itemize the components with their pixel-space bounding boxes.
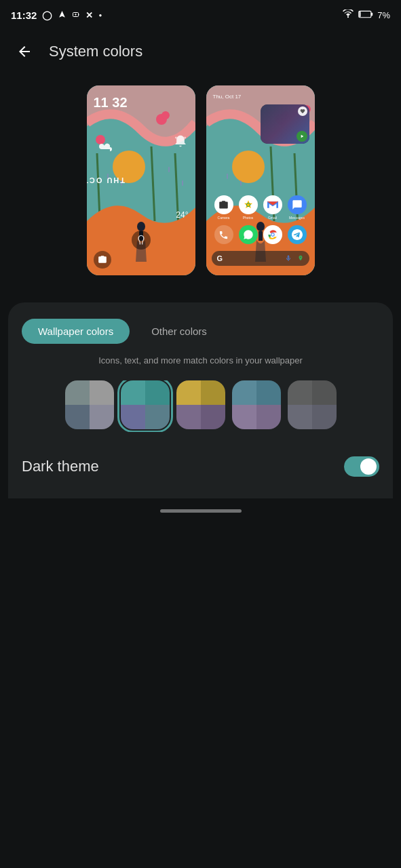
app-phone[interactable] — [214, 225, 233, 244]
x-icon: ✕ — [85, 10, 93, 20]
dock-row — [212, 225, 309, 244]
svg-point-35 — [271, 233, 273, 235]
music-widget — [261, 104, 309, 144]
status-bar: 11:32 ◯ ✕ ● 7% — [0, 0, 401, 30]
tab-wallpaper-colors[interactable]: Wallpaper colors — [22, 319, 130, 344]
svg-rect-1 — [79, 14, 79, 15]
battery-icon — [358, 10, 373, 20]
play-button[interactable] — [297, 131, 307, 142]
home-screen-preview: Thu, Oct 17 Camera — [206, 85, 315, 275]
camera-shortcut[interactable] — [94, 251, 111, 269]
lock-time: 11 32 — [94, 95, 189, 111]
app-chrome[interactable] — [263, 225, 282, 244]
swatch-3[interactable] — [176, 380, 225, 429]
navigation-icon — [58, 9, 66, 21]
svg-rect-4 — [371, 12, 373, 16]
swatch-1[interactable] — [65, 380, 114, 429]
back-button[interactable] — [11, 38, 38, 65]
tab-description: Icons, text, and more match colors in yo… — [22, 355, 379, 367]
home-indicator-bar — [160, 509, 242, 513]
dark-theme-toggle[interactable] — [344, 456, 379, 477]
preview-area: 11 32 THU OCT 17 24° — [0, 79, 401, 302]
dark-theme-row: Dark theme — [22, 451, 379, 482]
wifi-icon — [342, 9, 354, 20]
instagram-icon: ◯ — [42, 10, 52, 20]
status-time: 11:32 — [11, 9, 37, 21]
status-right: 7% — [342, 9, 390, 20]
lock-screen-preview: 11 32 THU OCT 17 24° — [87, 85, 195, 275]
color-swatches — [22, 380, 379, 432]
tabs-row: Wallpaper colors Other colors — [22, 319, 379, 344]
status-left: 11:32 ◯ ✕ ● — [11, 9, 102, 21]
swatch-4[interactable] — [232, 380, 281, 429]
app-camera[interactable]: Camera — [214, 195, 233, 220]
svg-rect-5 — [360, 12, 361, 17]
app-messages[interactable]: Messages — [288, 195, 307, 220]
search-bar[interactable]: G — [212, 251, 309, 266]
lock-date-side: THU OCT 17 — [87, 176, 125, 184]
app-photos[interactable]: Photos — [239, 195, 258, 220]
home-date: Thu, Oct 17 — [213, 94, 308, 100]
battery-percentage: 7% — [377, 10, 390, 20]
battery-charging-icon — [72, 9, 80, 21]
app-row-1: Camera Photos — [212, 195, 309, 220]
app-gmail[interactable]: Gmail — [263, 195, 282, 220]
alarm-icon — [174, 134, 187, 151]
dot-icon: ● — [98, 12, 102, 18]
app-telegram[interactable] — [288, 225, 307, 244]
dark-theme-label: Dark theme — [22, 458, 99, 475]
like-button[interactable] — [298, 106, 307, 116]
lock-temp: 24° — [176, 210, 188, 220]
page-title: System colors — [49, 43, 142, 60]
app-whatsapp[interactable] — [239, 225, 258, 244]
toggle-knob — [360, 458, 377, 475]
fingerprint-button[interactable] — [132, 231, 151, 250]
swatch-5[interactable] — [288, 380, 337, 429]
header: System colors — [0, 30, 401, 79]
home-indicator — [0, 498, 401, 518]
swatch-2[interactable] — [121, 380, 170, 429]
lock-screen-content: 11 32 THU OCT 17 24° — [87, 85, 195, 275]
weather-widget — [98, 142, 114, 156]
svg-marker-2 — [75, 12, 77, 16]
home-screen-content: Thu, Oct 17 Camera — [206, 85, 315, 275]
tab-other-colors[interactable]: Other colors — [135, 319, 223, 344]
bottom-panel: Wallpaper colors Other colors Icons, tex… — [8, 302, 393, 498]
